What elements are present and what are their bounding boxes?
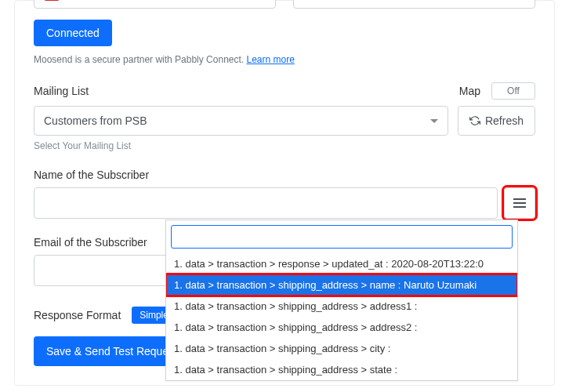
- data-mapper-item[interactable]: 1. data > transaction > shipping_address…: [166, 359, 517, 380]
- data-mapper-item[interactable]: 1. data > transaction > response > updat…: [166, 253, 517, 274]
- refresh-button[interactable]: Refresh: [458, 106, 535, 136]
- email-subscriber-input[interactable]: [34, 255, 175, 286]
- hamburger-icon: [513, 196, 526, 210]
- moosend-icon: [44, 0, 60, 1]
- action-select[interactable]: Add New Subscriber: [293, 0, 535, 9]
- mailing-list-label: Mailing List: [34, 85, 89, 97]
- connected-button[interactable]: Connected: [34, 20, 112, 46]
- learn-more-link[interactable]: Learn more: [246, 54, 294, 65]
- response-format-label: Response Format: [34, 309, 121, 321]
- map-label: Map: [459, 85, 480, 97]
- data-mapper-item[interactable]: 1. data > transaction > shipping_address…: [166, 317, 517, 338]
- refresh-icon: [469, 115, 480, 126]
- data-mapper-item[interactable]: 1. data > transaction > shipping_address…: [166, 274, 517, 296]
- map-toggle[interactable]: Off: [491, 82, 535, 100]
- mailing-list-value: Customers from PSB: [44, 114, 147, 127]
- mailing-list-help: Select Your Mailing List: [34, 140, 535, 151]
- data-mapper-search[interactable]: [171, 225, 513, 249]
- data-mapper-item[interactable]: 1. data > transaction > shipping_address…: [166, 296, 517, 317]
- partner-helper: Moosend is a secure partner with Pabbly …: [34, 54, 535, 65]
- chevron-down-icon: [430, 119, 438, 123]
- name-subscriber-label: Name of the Subscriber: [34, 169, 535, 181]
- map-data-button[interactable]: [504, 187, 535, 219]
- mailing-list-dropdown[interactable]: Customers from PSB: [34, 106, 448, 136]
- app-select[interactable]: Moosend: [34, 0, 276, 9]
- data-mapper-popup: 1. data > transaction > response > updat…: [165, 220, 518, 381]
- data-mapper-item[interactable]: 1. data > transaction > shipping_address…: [166, 338, 517, 359]
- name-subscriber-input[interactable]: [34, 187, 498, 219]
- data-mapper-list[interactable]: 1. data > transaction > response > updat…: [166, 253, 517, 380]
